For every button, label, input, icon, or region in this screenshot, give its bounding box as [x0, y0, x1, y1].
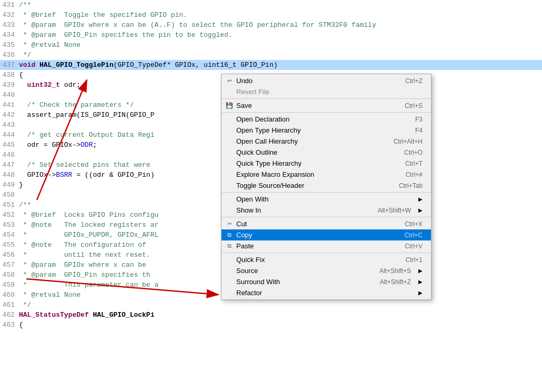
code-line: 463{ [0, 320, 542, 330]
line-content: void HAL_GPIO_TogglePin(GPIO_TypeDef* GP… [19, 60, 542, 70]
line-number: 460 [0, 290, 19, 300]
menu-shortcut-show-in: Alt+Shift+W [378, 207, 411, 214]
code-line: 436 */ [0, 50, 542, 60]
menu-separator [222, 98, 431, 99]
menu-label-open-with: Open With [236, 195, 268, 203]
menu-label-open-decl: Open Declaration [236, 115, 289, 123]
menu-item-copy[interactable]: ⧉CopyCtrl+C [222, 229, 431, 240]
menu-separator [222, 217, 431, 217]
menu-label-refactor: Refactor [236, 289, 262, 297]
menu-shortcut-quick-outline: Ctrl+O [404, 149, 423, 156]
menu-item-paste[interactable]: ⧉PasteCtrl+V [222, 240, 431, 252]
menu-item-open-decl[interactable]: Open DeclarationF3 [222, 114, 431, 125]
menu-label-explore-macro: Explore Macro Expansion [236, 170, 314, 178]
menu-item-explore-macro[interactable]: Explore Macro ExpansionCtrl+# [222, 169, 431, 180]
submenu-arrow-show-in: ▶ [418, 207, 423, 213]
code-line: 434 * @param GPIO_Pin specifies the pin … [0, 30, 542, 40]
line-content: /** [19, 0, 542, 10]
menu-label-open-type: Open Type Hierarchy [236, 126, 301, 134]
menu-item-show-in[interactable]: Show InAlt+Shift+W▶ [222, 205, 431, 216]
line-content: * @brief Toggle the specified GPIO pin. [19, 10, 542, 20]
menu-shortcut-paste: Ctrl+V [405, 243, 423, 250]
line-number: 439 [0, 80, 19, 90]
menu-shortcut-source: Alt+Shift+S [379, 267, 411, 275]
menu-icon-cut: ✂ [225, 220, 234, 227]
line-number: 459 [0, 280, 19, 290]
menu-item-source[interactable]: SourceAlt+Shift+S▶ [222, 265, 431, 276]
menu-item-quick-outline[interactable]: Quick OutlineCtrl+O [222, 147, 431, 158]
menu-label-surround: Surround With [236, 278, 280, 286]
menu-item-cut[interactable]: ✂CutCtrl+X [222, 218, 431, 229]
line-number: 451 [0, 200, 19, 210]
menu-item-quick-fix[interactable]: Quick FixCtrl+1 [222, 254, 431, 265]
line-content: * @param GPIO_Pin specifies the pin to b… [19, 30, 542, 40]
code-line: 433 * @param GPIOx where x can be (A..F)… [0, 20, 542, 30]
line-number: 435 [0, 40, 19, 50]
line-content: HAL_StatusTypeDef HAL_GPIO_LockPi [19, 310, 542, 320]
line-number: 454 [0, 230, 19, 240]
code-line: 437void HAL_GPIO_TogglePin(GPIO_TypeDef*… [0, 60, 542, 70]
menu-label-quick-type: Quick Type Hierarchy [236, 159, 302, 167]
menu-shortcut-open-decl: F3 [415, 116, 423, 123]
menu-label-paste: Paste [236, 242, 254, 250]
menu-label-quick-outline: Quick Outline [236, 148, 277, 156]
line-number: 436 [0, 50, 19, 60]
menu-item-open-type[interactable]: Open Type HierarchyF4 [222, 125, 431, 136]
line-number: 458 [0, 270, 19, 280]
menu-item-toggle-source[interactable]: Toggle Source/HeaderCtrl+Tab [222, 180, 431, 191]
menu-separator [222, 253, 431, 253]
line-number: 437 [0, 60, 19, 70]
menu-shortcut-toggle-source: Ctrl+Tab [399, 182, 423, 189]
line-content: */ [19, 50, 542, 60]
context-menu: ↩UndoCtrl+ZRevert File💾SaveCtrl+SOpen De… [221, 74, 431, 300]
line-number: 444 [0, 130, 19, 140]
menu-shortcut-save: Ctrl+S [405, 102, 423, 109]
line-content: * @retval None [19, 40, 542, 50]
menu-item-open-call[interactable]: Open Call HierarchyCtrl+Alt+H [222, 136, 431, 147]
line-number: 432 [0, 10, 19, 20]
line-number: 461 [0, 300, 19, 310]
line-number: 462 [0, 310, 19, 320]
menu-icon-copy: ⧉ [225, 232, 234, 238]
code-editor: 431/**432 * @brief Toggle the specified … [0, 0, 542, 392]
menu-label-source: Source [236, 267, 258, 275]
menu-item-revert[interactable]: Revert File [222, 86, 431, 97]
line-number: 431 [0, 0, 19, 10]
menu-item-refactor[interactable]: Refactor▶ [222, 287, 431, 298]
line-number: 449 [0, 180, 19, 190]
menu-label-save: Save [236, 102, 252, 109]
menu-separator [222, 192, 431, 193]
line-number: 457 [0, 260, 19, 270]
line-number: 463 [0, 320, 19, 330]
menu-shortcut-open-call: Ctrl+Alt+H [394, 138, 423, 145]
code-line: 435 * @retval None [0, 40, 542, 50]
menu-shortcut-copy: Ctrl+C [405, 232, 423, 239]
line-number: 455 [0, 240, 19, 250]
submenu-arrow-surround: ▶ [418, 279, 423, 285]
menu-item-quick-type[interactable]: Quick Type HierarchyCtrl+T [222, 158, 431, 169]
code-line: 431/** [0, 0, 542, 10]
menu-label-copy: Copy [236, 231, 252, 239]
line-number: 443 [0, 120, 19, 130]
menu-shortcut-cut: Ctrl+X [405, 220, 423, 228]
menu-item-undo[interactable]: ↩UndoCtrl+Z [222, 75, 431, 86]
menu-shortcut-undo: Ctrl+Z [405, 77, 423, 85]
line-number: 440 [0, 90, 19, 100]
menu-shortcut-quick-fix: Ctrl+1 [406, 256, 423, 264]
line-content: */ [19, 300, 542, 310]
code-line: 462HAL_StatusTypeDef HAL_GPIO_LockPi [0, 310, 542, 320]
menu-icon-undo: ↩ [225, 77, 234, 84]
line-number: 456 [0, 250, 19, 260]
menu-icon-save: 💾 [225, 102, 234, 109]
menu-item-save[interactable]: 💾SaveCtrl+S [222, 100, 431, 111]
menu-item-open-with[interactable]: Open With▶ [222, 194, 431, 205]
submenu-arrow-open-with: ▶ [418, 196, 423, 202]
menu-shortcut-surround: Alt+Shift+Z [380, 278, 411, 286]
line-content: { [19, 320, 542, 330]
menu-label-open-call: Open Call Hierarchy [236, 137, 298, 145]
menu-label-show-in: Show In [236, 206, 261, 214]
menu-item-surround[interactable]: Surround WithAlt+Shift+Z▶ [222, 276, 431, 287]
line-number: 452 [0, 210, 19, 220]
menu-shortcut-explore-macro: Ctrl+# [406, 171, 423, 178]
menu-label-revert: Revert File [236, 88, 269, 96]
